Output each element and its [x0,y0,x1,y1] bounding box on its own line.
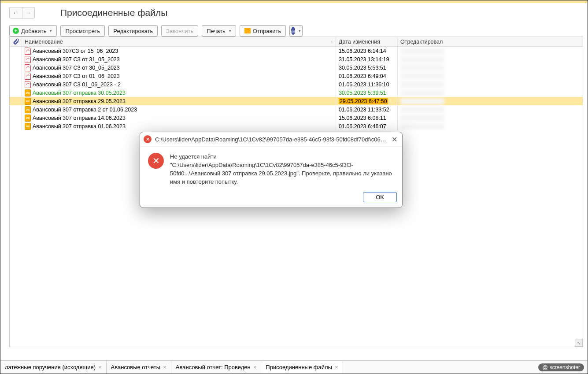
jpg-file-icon [25,123,31,130]
file-name: Авансовый 307 отправка 30.05.2023 [33,90,126,96]
sort-asc-icon: ↑ [331,39,333,44]
row-date-cell: 01.06.2023 6:49:04 [336,72,398,80]
add-button[interactable]: + Добавить ▾ [9,25,57,37]
row-date-cell: 15.06.2023 6:08:11 [336,114,398,122]
row-icon-cell [10,89,22,97]
row-icon-cell [10,80,22,89]
error-dialog: ✕ C:\Users\lider\AppData\Roaming\1C\1Cv8… [140,132,403,208]
redacted-editor [400,107,444,113]
edit-button[interactable]: Редактировать [108,25,158,37]
redacted-editor [400,81,444,88]
header-date[interactable]: Дата изменения [336,37,398,46]
row-editor-cell [398,97,583,105]
finish-button: Закончить [161,25,198,37]
table-row[interactable]: Авансовый 307 СЗ от 31_05_2023 31.05.202… [10,55,583,63]
back-button[interactable]: ← [10,7,22,18]
file-date: 01.06.2023 11:36:10 [339,81,389,88]
pdf-file-icon [25,73,31,80]
row-name-cell: Авансовый 307СЗ от 15_06_2023 [22,47,336,55]
dialog-titlebar: ✕ C:\Users\lider\AppData\Roaming\1C\1Cv8… [140,132,402,147]
row-date-cell: 30.05.2023 5:53:51 [336,63,398,72]
file-name: Авансовый 307 СЗ 01_06_2023 - 2 [33,81,121,88]
close-icon[interactable]: × [98,364,102,370]
pdf-file-icon [25,81,31,88]
chevron-down-icon: ▾ [299,29,301,33]
paperclip-icon [12,38,19,45]
file-name: Авансовый 307 СЗ от 01_06_2023 [33,73,120,79]
table-row[interactable]: Авансовый 307 отправка 30.05.2023 30.05.… [10,89,583,97]
scroll-corner[interactable]: ⤡ [575,339,583,347]
watermark: @ screenshoter [538,363,584,371]
row-name-cell: Авансовый 307 СЗ от 30_05_2023 [22,63,336,72]
window-tab[interactable]: латежные поручения (исходящие)× [0,361,107,374]
window-tab[interactable]: Авансовый отчет: Проведен× [171,361,262,374]
row-editor-cell [398,55,583,63]
file-name: Авансовый 307 отправка 29.05.2023 [33,98,126,104]
dialog-message: Не удается найти "C:\Users\lider\AppData… [170,153,394,186]
header-attachment-icon[interactable] [10,37,22,46]
row-editor-cell [398,105,583,114]
at-icon: @ [542,364,547,370]
file-name: Авансовый 307 отправка 01.06.2023 [33,123,126,130]
header-editor[interactable]: Отредактировал [398,37,583,46]
jpg-file-icon [25,98,31,105]
row-name-cell: Авансовый 307 отправка 14.06.2023 [22,114,336,122]
row-icon-cell [10,72,22,80]
row-date-cell: 30.05.2023 5:39:51 [336,89,398,97]
window-tab[interactable]: Авансовые отчеты× [107,361,171,374]
print-button[interactable]: Печать ▾ [202,25,236,37]
table-row[interactable]: Авансовый 307 отправка 01.06.2023 01.06.… [10,122,583,130]
tabs-bar: латежные поручения (исходящие)×Авансовые… [0,360,588,374]
close-icon[interactable]: × [163,364,166,370]
tab-label: Авансовые отчеты [111,364,161,370]
row-name-cell: Авансовый 307 СЗ 01_06_2023 - 2 [22,80,336,89]
table-row[interactable]: Авансовый 307 отправка 29.05.2023 29.05.… [10,97,583,105]
view-button[interactable]: Просмотреть [60,25,105,37]
row-icon-cell [10,63,22,72]
forward-button[interactable]: → [22,7,34,18]
close-icon[interactable]: × [335,364,338,370]
file-date: 01.06.2023 11:33:52 [339,107,389,113]
redacted-editor [400,115,444,121]
tab-label: Присоединенные файлы [266,364,332,370]
table-row[interactable]: Авансовый 307СЗ от 15_06_2023 15.06.2023… [10,47,583,55]
row-icon-cell [10,47,22,55]
row-name-cell: Авансовый 307 СЗ от 31_05_2023 [22,55,336,63]
window-tab[interactable]: Присоединенные файлы× [261,361,343,374]
add-label: Добавить [21,28,46,34]
pdf-file-icon [25,48,31,55]
close-icon[interactable]: ✕ [390,135,399,144]
extra-action-button[interactable]: ◎ ▾ [289,25,303,37]
file-name: Авансовый 307 отправка 2 от 01.06.2023 [33,107,137,113]
row-date-cell: 01.06.2023 11:36:10 [336,80,398,89]
row-name-cell: Авансовый 307 отправка 2 от 01.06.2023 [22,105,336,114]
table-row[interactable]: Авансовый 307 СЗ от 01_06_2023 01.06.202… [10,72,583,80]
jpg-file-icon [25,115,31,122]
table-body: Авансовый 307СЗ от 15_06_2023 15.06.2023… [10,47,583,130]
row-editor-cell [398,63,583,72]
row-icon-cell [10,114,22,122]
pdf-file-icon [25,64,31,71]
table-row[interactable]: Авансовый 307 отправка 14.06.2023 15.06.… [10,114,583,122]
file-name: Авансовый 307 СЗ от 31_05_2023 [33,56,120,63]
table-row[interactable]: Авансовый 307 СЗ 01_06_2023 - 2 01.06.20… [10,80,583,89]
header-name[interactable]: Наименование ↑ [22,37,336,46]
close-icon[interactable]: × [253,364,257,370]
row-name-cell: Авансовый 307 отправка 30.05.2023 [22,89,336,97]
file-name: Авансовый 307 отправка 14.06.2023 [33,115,126,121]
chevron-down-icon: ▾ [50,29,52,33]
nav-buttons: ← → [9,7,35,19]
jpg-file-icon [25,106,31,113]
table-row[interactable]: Авансовый 307 СЗ от 30_05_2023 30.05.202… [10,63,583,72]
ok-button[interactable]: OK [363,192,397,202]
table-row[interactable]: Авансовый 307 отправка 2 от 01.06.2023 0… [10,105,583,114]
jpg-file-icon [25,89,31,96]
file-date: 15.06.2023 6:14:14 [339,48,386,54]
row-editor-cell [398,89,583,97]
send-button[interactable]: Отправить [240,25,286,37]
print-label: Печать [207,28,226,34]
redacted-editor [400,48,444,54]
row-date-cell: 31.05.2023 13:14:19 [336,55,398,63]
chevron-down-icon: ▾ [229,29,231,33]
row-name-cell: Авансовый 307 отправка 29.05.2023 [22,97,336,105]
